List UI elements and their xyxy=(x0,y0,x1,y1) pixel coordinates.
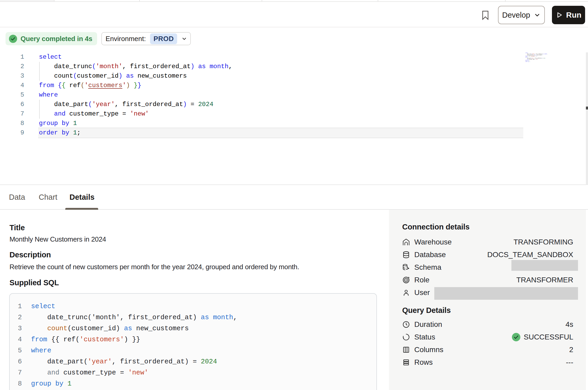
role-icon xyxy=(402,276,410,284)
detail-row-value: --- xyxy=(566,358,573,367)
code-line: 8group by 1 xyxy=(10,378,376,389)
line-number: 4 xyxy=(10,334,22,345)
results-tab-bar: DataChartDetails xyxy=(0,185,588,210)
toolbar: Develop Run xyxy=(0,2,588,27)
detail-row-value: 4s xyxy=(565,320,573,329)
detail-row-warehouse: WarehouseTRANSFORMING xyxy=(402,236,573,248)
line-number: 8 xyxy=(0,119,24,128)
code-line: 6 date_part('year', first_ordered_at) = … xyxy=(0,100,586,109)
results-tab-data[interactable]: Data xyxy=(9,185,25,209)
status-row: Query completed in 4s Environment: PROD xyxy=(0,27,588,52)
spinner-icon xyxy=(402,333,410,341)
columns-icon xyxy=(402,346,410,354)
environment-value-badge: PROD xyxy=(150,33,177,44)
detail-row-label: Columns xyxy=(414,346,443,354)
bookmark-icon[interactable] xyxy=(482,11,489,21)
supplied-sql-heading: Supplied SQL xyxy=(9,278,59,287)
detail-row-value: TRANSFORMER xyxy=(516,276,573,284)
schema-redaction xyxy=(511,260,578,271)
query-status-pill: Query completed in 4s xyxy=(6,32,97,45)
code-line: 2 date_trunc('month', first_ordered_at) … xyxy=(0,62,586,71)
chevron-down-icon xyxy=(181,36,187,42)
detail-row-label: Schema xyxy=(414,263,441,272)
file-tab[interactable] xyxy=(0,0,54,1)
title-heading: Title xyxy=(9,223,25,232)
code-line: 8group by 1 xyxy=(0,119,586,128)
line-number: 3 xyxy=(10,323,22,334)
detail-row-label: Warehouse xyxy=(414,238,452,246)
supplied-sql-block: 1select2 date_trunc('month', first_order… xyxy=(9,293,377,390)
app-canvas: Develop Run Query completed in 4s Enviro… xyxy=(0,0,588,390)
line-number: 1 xyxy=(10,301,22,312)
connection-details-panel: Connection details WarehouseTRANSFORMING… xyxy=(389,210,586,390)
detail-row-value: 2 xyxy=(569,346,573,354)
code-line: 5where xyxy=(0,90,586,100)
editor-scrollbar-thumb[interactable] xyxy=(586,107,588,109)
line-number: 5 xyxy=(0,90,24,100)
editor-minimap[interactable]: select date_trunc('month', first_ordered… xyxy=(525,52,588,62)
line-number: 6 xyxy=(10,356,22,367)
develop-menu-button[interactable]: Develop xyxy=(498,6,545,24)
detail-row-value: DOCS_TEAM_SANDBOX xyxy=(487,251,573,259)
results-tab-details[interactable]: Details xyxy=(69,185,94,209)
code-line: 5where xyxy=(10,345,376,356)
code-line: 9order by 1; xyxy=(0,128,586,138)
detail-row-status: StatusSUCCESSFUL xyxy=(402,331,573,343)
chevron-down-icon xyxy=(534,12,541,18)
detail-row-role: RoleTRANSFORMER xyxy=(402,274,573,286)
code-line: 7 and customer_type = 'new' xyxy=(0,109,586,119)
develop-label: Develop xyxy=(502,11,530,19)
query-status-text: Query completed in 4s xyxy=(21,35,92,43)
detail-row-label: User xyxy=(414,288,430,297)
query-details-heading: Query Details xyxy=(402,306,451,315)
environment-selector[interactable]: Environment: PROD xyxy=(101,32,191,45)
code-line: 1select xyxy=(10,301,376,312)
editor-scrollbar[interactable] xyxy=(586,52,588,185)
file-tab-strip xyxy=(0,0,588,2)
file-tab-divider xyxy=(505,0,506,1)
detail-row-value: SUCCESSFUL xyxy=(512,333,573,341)
line-number: 2 xyxy=(10,312,22,323)
file-tab-divider xyxy=(378,0,378,1)
line-number: 1 xyxy=(0,52,24,62)
file-tab-divider xyxy=(262,0,262,1)
run-label: Run xyxy=(566,11,581,19)
line-number: 4 xyxy=(0,81,24,90)
detail-row-label: Duration xyxy=(414,320,442,329)
clock-icon xyxy=(402,321,410,328)
line-number: 9 xyxy=(0,128,24,138)
play-icon xyxy=(556,11,563,19)
code-line: 4from {{ ref('customers') }} xyxy=(10,334,376,345)
editor-code: 1select2 date_trunc('month', first_order… xyxy=(0,52,586,138)
schema-icon xyxy=(402,263,410,271)
user-icon xyxy=(402,289,410,297)
run-button[interactable]: Run xyxy=(552,6,585,24)
detail-row-columns: Columns2 xyxy=(402,343,573,356)
environment-label: Environment: xyxy=(106,35,146,43)
rows-icon xyxy=(402,358,410,366)
title-value: Monthly New Customers in 2024 xyxy=(9,235,106,243)
code-line: 7 and customer_type = 'new' xyxy=(10,367,376,378)
description-heading: Description xyxy=(9,251,51,259)
sql-editor[interactable]: 1select2 date_trunc('month', first_order… xyxy=(0,52,588,185)
detail-row-duration: Duration4s xyxy=(402,318,573,331)
warehouse-icon xyxy=(402,238,410,246)
connection-details-heading: Connection details xyxy=(402,223,470,231)
success-check-icon xyxy=(512,333,520,341)
line-number: 6 xyxy=(0,100,24,109)
code-line: 1select xyxy=(0,52,586,62)
database-icon xyxy=(402,251,410,259)
description-value: Retrieve the count of new customers per … xyxy=(9,263,299,271)
line-number: 7 xyxy=(0,109,24,119)
detail-row-label: Status xyxy=(414,333,435,341)
details-panel: Title Monthly New Customers in 2024 Desc… xyxy=(0,210,588,390)
results-tab-chart[interactable]: Chart xyxy=(39,185,57,209)
line-number: 5 xyxy=(10,345,22,356)
detail-row-label: Rows xyxy=(414,358,433,367)
detail-row-value: TRANSFORMING xyxy=(514,238,573,246)
active-tab-underline xyxy=(65,208,98,210)
code-line: 3 count(customer_id) as new_customers xyxy=(0,71,586,81)
detail-row-label: Role xyxy=(414,276,430,284)
file-tab-divider xyxy=(54,0,54,1)
code-line: 4from {{ ref('customers') }} xyxy=(0,81,586,90)
